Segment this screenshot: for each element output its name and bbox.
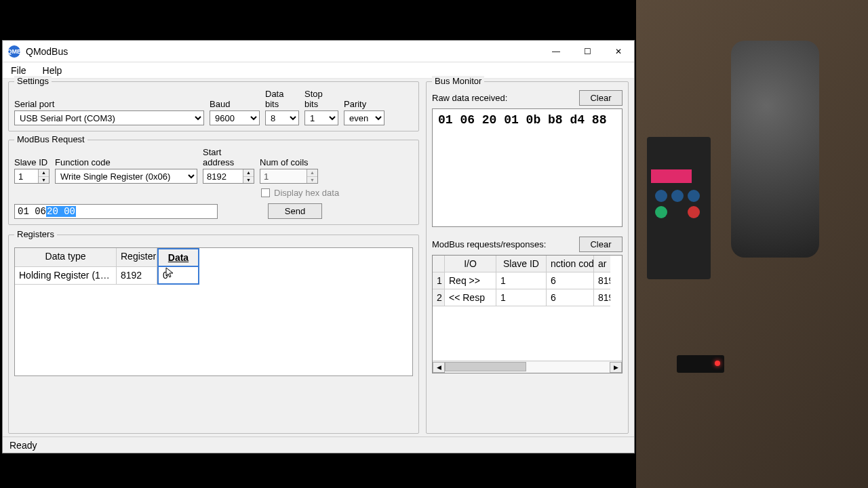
settings-title: Settings	[14, 76, 52, 86]
monitor-title: Bus Monitor	[432, 76, 484, 86]
registers-title: Registers	[14, 229, 57, 239]
registers-group: Registers Data type Register Data Holdin…	[8, 235, 419, 434]
chevron-down-icon[interactable]: ▼	[307, 177, 317, 184]
col-io[interactable]: I/O	[445, 256, 496, 272]
send-button[interactable]: Send	[268, 203, 322, 219]
motor	[731, 41, 819, 258]
parity-label: Parity	[344, 99, 384, 109]
num-label: Num of coils	[260, 157, 318, 167]
chevron-down-icon[interactable]: ▼	[39, 177, 49, 184]
raw-data-area[interactable]: 01 06 20 01 0b b8 d4 88	[432, 108, 623, 227]
vfd-stop-button	[688, 206, 700, 218]
hardware-photo	[636, 0, 868, 488]
checkbox-icon[interactable]	[261, 188, 270, 197]
chevron-up-icon[interactable]: ▲	[243, 169, 254, 177]
statusbar: Ready	[3, 436, 634, 453]
scroll-thumb[interactable]	[445, 362, 526, 371]
slave-id-label: Slave ID	[14, 157, 50, 167]
close-button[interactable]: ✕	[603, 41, 634, 62]
parity-select[interactable]: even	[344, 110, 384, 125]
table-row[interactable]: 2 << Resp 1 6 819	[433, 289, 622, 306]
func-select[interactable]: Write Single Register (0x06)	[55, 169, 197, 184]
scroll-left-icon[interactable]: ◀	[433, 362, 445, 373]
chevron-up-icon[interactable]: ▲	[39, 169, 49, 177]
registers-header: Data type Register Data	[15, 248, 412, 267]
databits-label: Data bits	[265, 89, 299, 109]
chevron-down-icon[interactable]: ▼	[243, 177, 254, 184]
minimize-button[interactable]: —	[540, 41, 572, 62]
registers-row[interactable]: Holding Register (1… 8192 0	[15, 267, 412, 285]
databits-select[interactable]: 8	[265, 110, 299, 125]
usb-adapter	[677, 355, 724, 373]
vfd-display	[651, 169, 692, 183]
start-input[interactable]: ▲▼	[203, 169, 254, 184]
serial-port-select[interactable]: USB Serial Port (COM3)	[14, 110, 204, 125]
cell-data[interactable]: 0	[157, 267, 199, 285]
col-addr[interactable]: ar	[594, 256, 610, 272]
content: Settings Serial port USB Serial Port (CO…	[3, 79, 634, 436]
hex-checkbox[interactable]: Display hex data	[261, 188, 339, 198]
horizontal-scrollbar[interactable]: ◀ ▶	[433, 361, 622, 373]
slave-id-input[interactable]: ▲▼	[14, 169, 50, 184]
stopbits-label: Stop bits	[304, 89, 338, 109]
req-resp-label: ModBus requests/responses:	[432, 239, 546, 249]
scroll-right-icon[interactable]: ▶	[610, 362, 622, 373]
titlebar: QMB QModBus — ☐ ✕	[3, 41, 634, 62]
request-title: ModBus Request	[14, 134, 87, 144]
led-icon	[715, 361, 720, 366]
monitor-group: Bus Monitor Raw data received: Clear 01 …	[426, 81, 629, 434]
vfd-run-button	[655, 206, 667, 218]
hex-label: Display hex data	[274, 188, 339, 198]
app-window: QMB QModBus — ☐ ✕ File Help Settings Ser…	[2, 40, 635, 453]
req-table[interactable]: I/O Slave ID nction cod ar 1 Req >> 1 6 …	[432, 255, 623, 373]
menu-help[interactable]: Help	[39, 64, 66, 77]
cell-register: 8192	[117, 267, 157, 285]
num-input[interactable]: ▲▼	[260, 169, 318, 184]
stopbits-select[interactable]: 1	[304, 110, 338, 125]
window-title: QModBus	[26, 46, 540, 57]
col-register[interactable]: Register	[117, 248, 157, 267]
col-datatype[interactable]: Data type	[15, 248, 117, 267]
request-group: ModBus Request Slave ID ▲▼ Function code…	[8, 140, 419, 225]
raw-prefix: 01 06	[18, 206, 46, 217]
app-icon: QMB	[8, 45, 20, 58]
col-slave[interactable]: Slave ID	[496, 256, 547, 272]
col-func[interactable]: nction cod	[547, 256, 594, 272]
window-controls: — ☐ ✕	[540, 41, 634, 62]
start-label: Start address	[203, 147, 254, 167]
maximize-button[interactable]: ☐	[572, 41, 603, 62]
func-label: Function code	[55, 157, 197, 167]
clear-req-button[interactable]: Clear	[579, 237, 623, 252]
clear-raw-button[interactable]: Clear	[579, 90, 623, 106]
raw-data-label: Raw data received:	[432, 93, 507, 103]
baud-label: Baud	[210, 99, 260, 109]
vfd-button	[655, 190, 667, 202]
chevron-up-icon[interactable]: ▲	[307, 169, 317, 177]
raw-bytes-display[interactable]: 01 06 20 00	[14, 204, 218, 219]
baud-select[interactable]: 9600	[210, 110, 260, 125]
settings-group: Settings Serial port USB Serial Port (CO…	[8, 81, 419, 131]
status-text: Ready	[9, 440, 37, 451]
col-data[interactable]: Data	[157, 248, 199, 267]
vfd-button	[671, 190, 684, 202]
table-row[interactable]: 1 Req >> 1 6 819	[433, 272, 622, 289]
menu-file[interactable]: File	[7, 64, 31, 77]
raw-selected: 20 00	[46, 206, 76, 217]
menubar: File Help	[3, 62, 634, 79]
cell-datatype: Holding Register (1…	[15, 267, 117, 285]
serial-port-label: Serial port	[14, 99, 204, 109]
vfd-button	[688, 190, 700, 202]
